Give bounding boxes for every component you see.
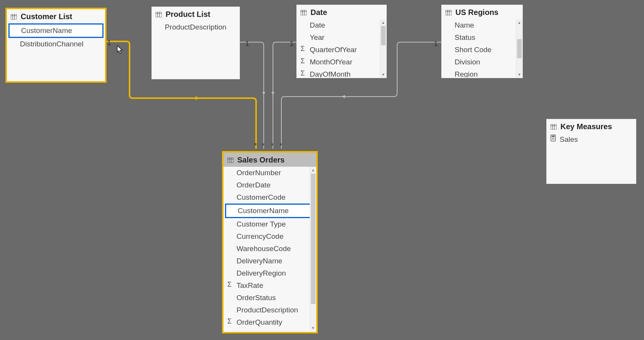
field-label: CustomerCode xyxy=(237,194,286,201)
scroll-up-icon[interactable]: ▴ xyxy=(310,167,316,173)
field-label: QuarterOfYear xyxy=(310,46,357,54)
field-label: Region xyxy=(455,71,478,77)
scrollbar-date[interactable]: ▴ ▾ xyxy=(380,19,386,77)
table-title: Date xyxy=(310,8,327,17)
table-customer-list[interactable]: Customer List CustomerName DistributionC… xyxy=(5,8,107,83)
field-sales-taxrate[interactable]: ΣTaxRate xyxy=(223,279,316,292)
field-label: CustomerName xyxy=(21,27,72,34)
field-sales-productdescription[interactable]: ProductDescription xyxy=(223,304,316,316)
table-header-product-list[interactable]: Product List xyxy=(152,7,240,21)
table-icon xyxy=(156,12,162,17)
mouse-cursor xyxy=(117,45,124,54)
field-date-quarterofyear[interactable]: ΣQuarterOfYear xyxy=(297,44,386,56)
table-sales-orders[interactable]: Sales Orders OrderNumber OrderDate Custo… xyxy=(222,151,318,333)
svg-rect-4 xyxy=(156,12,162,17)
field-label: Name xyxy=(455,21,474,29)
scrollbar-regions[interactable]: ▴ ▾ xyxy=(516,19,522,77)
table-icon xyxy=(227,158,233,163)
table-title: Product List xyxy=(166,10,210,19)
table-key-measures[interactable]: Key Measures Sales xyxy=(546,119,636,184)
table-icon xyxy=(445,10,452,15)
field-product-productdescription[interactable]: ProductDescription xyxy=(152,21,240,33)
field-label: Short Code xyxy=(455,46,491,54)
sigma-icon: Σ xyxy=(227,317,232,325)
table-product-list[interactable]: Product List ProductDescription xyxy=(151,7,240,79)
field-label: OrderDate xyxy=(237,181,271,189)
sigma-icon: Σ xyxy=(301,69,305,77)
table-title: Sales Orders xyxy=(237,156,284,164)
field-regions-name[interactable]: Name xyxy=(442,19,522,31)
sigma-icon: Σ xyxy=(301,45,305,53)
field-regions-division[interactable]: Division xyxy=(442,56,522,68)
field-label: Date xyxy=(310,21,325,29)
svg-point-28 xyxy=(554,138,555,138)
rel-product-to-sales[interactable] xyxy=(240,42,264,149)
field-sales-warehousecode[interactable]: WarehouseCode xyxy=(223,243,316,255)
field-sales-customername[interactable]: CustomerName xyxy=(225,204,315,218)
field-sales-currencycode[interactable]: CurrencyCode xyxy=(223,230,316,243)
table-header-sales-orders[interactable]: Sales Orders xyxy=(223,153,316,167)
field-measures-sales[interactable]: Sales xyxy=(547,133,636,146)
sigma-icon: Σ xyxy=(301,57,305,65)
svg-rect-8 xyxy=(301,10,307,15)
field-customer-customername[interactable]: CustomerName xyxy=(8,23,104,38)
field-sales-orderstatus[interactable]: OrderStatus xyxy=(223,292,316,304)
scroll-down-icon[interactable]: ▾ xyxy=(380,71,386,77)
scroll-up-icon[interactable]: ▴ xyxy=(516,19,522,25)
field-sales-deliveryregion[interactable]: DeliveryRegion xyxy=(223,267,316,279)
field-date-year[interactable]: Year xyxy=(297,31,386,44)
field-regions-shortcode[interactable]: Short Code xyxy=(442,44,522,56)
field-label: Division xyxy=(455,58,480,66)
field-sales-orderdate[interactable]: OrderDate xyxy=(223,179,316,191)
table-date[interactable]: Date Date Year ΣQuarterOfYear ΣMonthOfYe… xyxy=(296,5,387,78)
field-label: ProductDescription xyxy=(165,23,227,31)
svg-point-26 xyxy=(552,138,553,138)
rel-many-regions: * xyxy=(279,142,282,149)
svg-marker-32 xyxy=(117,46,122,53)
table-header-date[interactable]: Date xyxy=(297,5,386,19)
rel-arrow-customer-sales xyxy=(196,96,199,100)
field-label: OrderStatus xyxy=(237,294,276,302)
scroll-thumb[interactable] xyxy=(381,26,386,45)
rel-arrow-regions xyxy=(341,95,345,98)
rel-many-customer: * xyxy=(254,142,257,149)
rel-many-date: * xyxy=(271,142,274,149)
table-header-customer-list[interactable]: Customer List xyxy=(7,9,105,23)
field-sales-ordernumber[interactable]: OrderNumber xyxy=(223,167,316,179)
field-label: OrderQuantity xyxy=(237,319,282,326)
scroll-thumb[interactable] xyxy=(311,174,315,304)
rel-date-to-sales[interactable] xyxy=(273,42,296,149)
field-regions-region[interactable]: Region xyxy=(442,68,522,77)
table-icon xyxy=(301,10,307,15)
scroll-down-icon[interactable]: ▾ xyxy=(516,71,522,77)
field-date-monthofyear[interactable]: ΣMonthOfYear xyxy=(297,56,386,68)
scroll-down-icon[interactable]: ▾ xyxy=(310,325,316,331)
svg-point-31 xyxy=(554,139,555,140)
svg-rect-12 xyxy=(445,10,452,15)
measure-icon xyxy=(550,135,556,141)
field-date-date[interactable]: Date xyxy=(297,19,386,31)
rel-one-date: 1 xyxy=(290,40,294,48)
field-label: MonthOfYear xyxy=(310,58,352,66)
scroll-thumb[interactable] xyxy=(517,39,522,58)
field-regions-status[interactable]: Status xyxy=(442,31,522,44)
field-label: Customer Type xyxy=(237,220,286,228)
field-sales-orderquantity[interactable]: ΣOrderQuantity xyxy=(223,316,316,329)
svg-rect-16 xyxy=(227,158,233,163)
scrollbar-sales[interactable]: ▴ ▾ xyxy=(310,167,316,331)
scroll-up-icon[interactable]: ▴ xyxy=(380,19,386,25)
sigma-icon: Σ xyxy=(227,281,232,288)
field-sales-unitprice[interactable]: ΣUnitPrice xyxy=(223,329,316,331)
table-header-us-regions[interactable]: US Regions xyxy=(442,5,522,19)
field-sales-deliveryname[interactable]: DeliveryName xyxy=(223,255,316,267)
field-sales-customercode[interactable]: CustomerCode xyxy=(223,191,316,204)
field-customer-distributionchannel[interactable]: DistributionChannel xyxy=(7,38,105,50)
table-us-regions[interactable]: US Regions Name Status Short Code Divisi… xyxy=(441,5,523,78)
rel-one-customer: 1 xyxy=(107,39,111,47)
field-date-dayofmonth[interactable]: ΣDayOfMonth xyxy=(297,68,386,77)
field-label: ProductDescription xyxy=(237,306,298,314)
table-header-key-measures[interactable]: Key Measures xyxy=(547,119,636,133)
field-sales-customertype[interactable]: Customer Type xyxy=(223,218,316,230)
svg-point-27 xyxy=(553,138,554,138)
field-label: WarehouseCode xyxy=(237,245,291,253)
